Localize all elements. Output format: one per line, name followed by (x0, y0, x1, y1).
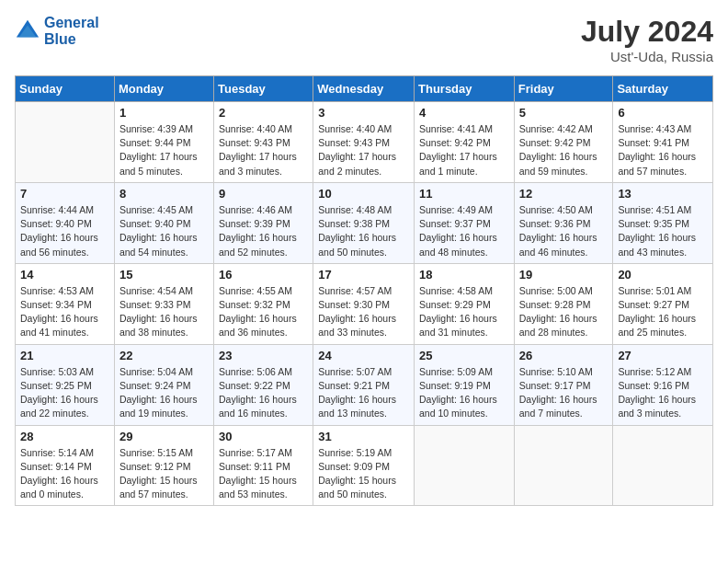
calendar-table: Sunday Monday Tuesday Wednesday Thursday… (15, 75, 713, 506)
week-row-3: 14Sunrise: 4:53 AMSunset: 9:34 PMDayligh… (16, 263, 713, 344)
day-info: Sunrise: 5:01 AMSunset: 9:27 PMDaylight:… (618, 284, 708, 340)
page-header: General Blue July 2024 Ust'-Uda, Russia (15, 15, 713, 64)
day-number: 15 (119, 268, 209, 282)
day-info: Sunrise: 5:04 AMSunset: 9:24 PMDaylight:… (119, 365, 209, 421)
day-info: Sunrise: 4:58 AMSunset: 9:29 PMDaylight:… (419, 284, 509, 340)
day-number: 10 (318, 187, 409, 201)
day-cell-4-4: 24Sunrise: 5:07 AMSunset: 9:21 PMDayligh… (313, 344, 415, 425)
day-cell-2-4: 10Sunrise: 4:48 AMSunset: 9:38 PMDayligh… (313, 182, 415, 263)
day-cell-4-1: 21Sunrise: 5:03 AMSunset: 9:25 PMDayligh… (16, 344, 115, 425)
day-cell-2-5: 11Sunrise: 4:49 AMSunset: 9:37 PMDayligh… (415, 182, 515, 263)
day-cell-3-7: 20Sunrise: 5:01 AMSunset: 9:27 PMDayligh… (613, 263, 713, 344)
day-cell-5-7 (613, 425, 713, 506)
day-info: Sunrise: 5:03 AMSunset: 9:25 PMDaylight:… (20, 365, 109, 421)
day-cell-3-3: 16Sunrise: 4:55 AMSunset: 9:32 PMDayligh… (214, 263, 313, 344)
day-number: 28 (20, 430, 109, 443)
day-info: Sunrise: 4:51 AMSunset: 9:35 PMDaylight:… (618, 203, 708, 259)
day-number: 19 (519, 268, 609, 282)
day-number: 21 (20, 349, 109, 362)
day-number: 8 (119, 187, 209, 201)
day-info: Sunrise: 4:43 AMSunset: 9:41 PMDaylight:… (618, 122, 708, 178)
day-cell-1-7: 6Sunrise: 4:43 AMSunset: 9:41 PMDaylight… (613, 102, 713, 183)
col-tuesday: Tuesday (214, 76, 313, 102)
col-sunday: Sunday (16, 76, 115, 102)
day-cell-3-2: 15Sunrise: 4:54 AMSunset: 9:33 PMDayligh… (114, 263, 213, 344)
day-info: Sunrise: 4:40 AMSunset: 9:43 PMDaylight:… (318, 122, 409, 178)
day-number: 31 (318, 430, 409, 443)
day-info: Sunrise: 5:15 AMSunset: 9:12 PMDaylight:… (119, 446, 209, 502)
day-cell-1-3: 2Sunrise: 4:40 AMSunset: 9:43 PMDaylight… (214, 102, 313, 183)
day-cell-1-5: 4Sunrise: 4:41 AMSunset: 9:42 PMDaylight… (415, 102, 515, 183)
day-number: 11 (419, 187, 509, 201)
day-cell-5-5 (415, 425, 515, 506)
day-number: 26 (519, 349, 609, 362)
day-info: Sunrise: 4:49 AMSunset: 9:37 PMDaylight:… (419, 203, 509, 259)
day-number: 4 (419, 106, 509, 120)
day-cell-5-1: 28Sunrise: 5:14 AMSunset: 9:14 PMDayligh… (16, 425, 115, 506)
day-number: 12 (519, 187, 609, 201)
day-cell-3-5: 18Sunrise: 4:58 AMSunset: 9:29 PMDayligh… (415, 263, 515, 344)
day-cell-1-2: 1Sunrise: 4:39 AMSunset: 9:44 PMDaylight… (114, 102, 213, 183)
col-saturday: Saturday (613, 76, 713, 102)
day-number: 25 (419, 349, 509, 362)
day-number: 29 (119, 430, 209, 443)
day-number: 13 (618, 187, 708, 201)
day-number: 6 (618, 106, 708, 120)
day-info: Sunrise: 5:14 AMSunset: 9:14 PMDaylight:… (20, 446, 109, 502)
day-info: Sunrise: 5:07 AMSunset: 9:21 PMDaylight:… (318, 365, 409, 421)
day-info: Sunrise: 4:44 AMSunset: 9:40 PMDaylight:… (20, 203, 109, 259)
day-cell-1-6: 5Sunrise: 4:42 AMSunset: 9:42 PMDaylight… (514, 102, 613, 183)
day-info: Sunrise: 5:00 AMSunset: 9:28 PMDaylight:… (519, 284, 609, 340)
day-number: 14 (20, 268, 109, 282)
day-cell-1-1 (16, 102, 115, 183)
day-number: 1 (119, 106, 209, 120)
day-info: Sunrise: 4:55 AMSunset: 9:32 PMDaylight:… (219, 284, 308, 340)
day-number: 20 (618, 268, 708, 282)
col-wednesday: Wednesday (313, 76, 415, 102)
day-cell-4-2: 22Sunrise: 5:04 AMSunset: 9:24 PMDayligh… (114, 344, 213, 425)
day-info: Sunrise: 5:17 AMSunset: 9:11 PMDaylight:… (219, 446, 308, 502)
calendar-header-row: Sunday Monday Tuesday Wednesday Thursday… (16, 76, 713, 102)
day-info: Sunrise: 5:06 AMSunset: 9:22 PMDaylight:… (219, 365, 308, 421)
day-number: 22 (119, 349, 209, 362)
day-info: Sunrise: 4:45 AMSunset: 9:40 PMDaylight:… (119, 203, 209, 259)
logo-text: General Blue (44, 15, 99, 47)
day-info: Sunrise: 4:40 AMSunset: 9:43 PMDaylight:… (219, 122, 308, 178)
day-number: 30 (219, 430, 308, 443)
day-info: Sunrise: 4:39 AMSunset: 9:44 PMDaylight:… (119, 122, 209, 178)
day-number: 7 (20, 187, 109, 201)
day-info: Sunrise: 5:12 AMSunset: 9:16 PMDaylight:… (618, 365, 708, 421)
day-info: Sunrise: 4:53 AMSunset: 9:34 PMDaylight:… (20, 284, 109, 340)
day-cell-5-2: 29Sunrise: 5:15 AMSunset: 9:12 PMDayligh… (114, 425, 213, 506)
week-row-2: 7Sunrise: 4:44 AMSunset: 9:40 PMDaylight… (16, 182, 713, 263)
day-cell-5-4: 31Sunrise: 5:19 AMSunset: 9:09 PMDayligh… (313, 425, 415, 506)
day-cell-3-1: 14Sunrise: 4:53 AMSunset: 9:34 PMDayligh… (16, 263, 115, 344)
week-row-5: 28Sunrise: 5:14 AMSunset: 9:14 PMDayligh… (16, 425, 713, 506)
day-info: Sunrise: 5:10 AMSunset: 9:17 PMDaylight:… (519, 365, 609, 421)
day-info: Sunrise: 4:42 AMSunset: 9:42 PMDaylight:… (519, 122, 609, 178)
col-thursday: Thursday (415, 76, 515, 102)
week-row-1: 1Sunrise: 4:39 AMSunset: 9:44 PMDaylight… (16, 102, 713, 183)
day-number: 9 (219, 187, 308, 201)
logo: General Blue (15, 15, 99, 47)
day-cell-2-3: 9Sunrise: 4:46 AMSunset: 9:39 PMDaylight… (214, 182, 313, 263)
day-cell-3-4: 17Sunrise: 4:57 AMSunset: 9:30 PMDayligh… (313, 263, 415, 344)
day-cell-5-6 (514, 425, 613, 506)
day-number: 2 (219, 106, 308, 120)
logo-icon (15, 18, 40, 44)
location: Ust'-Uda, Russia (581, 49, 713, 64)
col-friday: Friday (514, 76, 613, 102)
day-cell-5-3: 30Sunrise: 5:17 AMSunset: 9:11 PMDayligh… (214, 425, 313, 506)
day-number: 23 (219, 349, 308, 362)
col-monday: Monday (114, 76, 213, 102)
day-cell-3-6: 19Sunrise: 5:00 AMSunset: 9:28 PMDayligh… (514, 263, 613, 344)
day-cell-2-6: 12Sunrise: 4:50 AMSunset: 9:36 PMDayligh… (514, 182, 613, 263)
day-info: Sunrise: 4:41 AMSunset: 9:42 PMDaylight:… (419, 122, 509, 178)
day-info: Sunrise: 5:09 AMSunset: 9:19 PMDaylight:… (419, 365, 509, 421)
title-block: July 2024 Ust'-Uda, Russia (581, 15, 713, 64)
day-info: Sunrise: 4:50 AMSunset: 9:36 PMDaylight:… (519, 203, 609, 259)
week-row-4: 21Sunrise: 5:03 AMSunset: 9:25 PMDayligh… (16, 344, 713, 425)
month-year: July 2024 (581, 15, 713, 49)
day-number: 16 (219, 268, 308, 282)
day-number: 5 (519, 106, 609, 120)
